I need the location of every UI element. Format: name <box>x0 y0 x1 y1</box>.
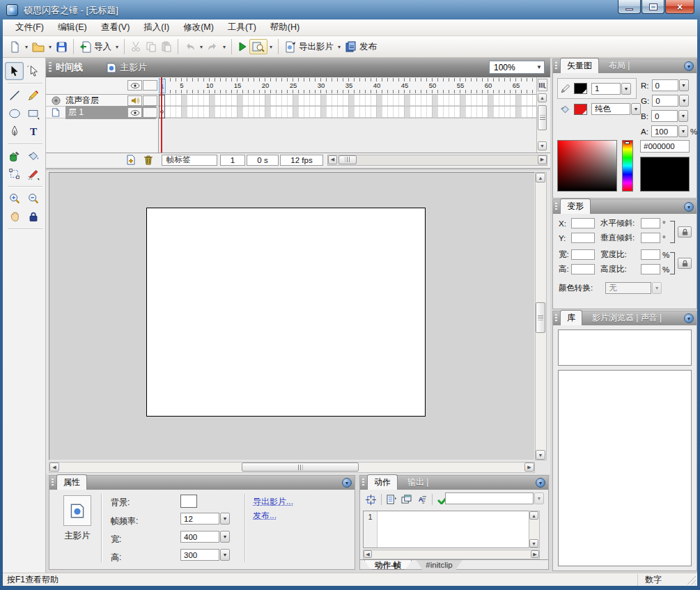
layer-outline-toggle[interactable] <box>143 95 157 106</box>
import-dropdown[interactable]: ▾ <box>114 44 120 50</box>
export-dropdown[interactable]: ▾ <box>336 44 343 50</box>
width-input[interactable] <box>571 249 595 260</box>
pen-tool[interactable] <box>5 123 24 141</box>
hue-marker[interactable] <box>625 141 630 144</box>
collapse-button[interactable]: ▼ <box>684 61 694 71</box>
import-button[interactable]: 导入 <box>77 40 114 54</box>
subselect-tool[interactable] <box>24 62 42 80</box>
save-button[interactable] <box>54 40 70 54</box>
width-ratio-input[interactable] <box>641 249 660 260</box>
actions-target-select[interactable]: ▼ <box>445 492 544 505</box>
script-editor[interactable]: 1 <box>363 511 540 548</box>
frame-row-layer1[interactable] <box>159 107 536 118</box>
tab-initclip[interactable]: #initclip <box>416 560 462 570</box>
library-item-list[interactable] <box>558 370 692 566</box>
panel-grip[interactable] <box>555 62 557 70</box>
export-movie-button[interactable]: 导出影片 <box>282 40 336 54</box>
export-movie-link[interactable]: 导出影片... <box>253 496 293 508</box>
scroll-down-button[interactable]: ▼ <box>538 141 547 150</box>
scroll-thumb[interactable] <box>538 105 547 130</box>
redo-dropdown[interactable]: ▾ <box>221 44 228 50</box>
scroll-thumb[interactable] <box>339 155 357 164</box>
copy-button[interactable] <box>143 40 159 54</box>
menu-modify[interactable]: 修改(M) <box>176 20 221 36</box>
close-button[interactable]: × <box>665 0 694 14</box>
scroll-left-button[interactable]: ◀ <box>49 463 59 472</box>
tab-action-frame[interactable]: 动作-帧 <box>364 560 412 570</box>
chevron-down-icon[interactable]: ▼ <box>534 64 544 70</box>
add-layer-button[interactable] <box>124 155 138 165</box>
paste-button[interactable] <box>159 40 174 54</box>
lock-tool[interactable] <box>24 208 42 226</box>
y-input[interactable] <box>571 233 595 243</box>
color-convert-dropdown[interactable]: ▼ <box>652 282 662 294</box>
editor-hscrollbar[interactable]: ◀ ▶ <box>363 550 540 559</box>
fill-transform-tool[interactable] <box>24 165 42 183</box>
tab-library[interactable]: 库 <box>560 310 582 325</box>
height-input[interactable]: 300 <box>180 549 219 561</box>
open-button[interactable] <box>30 40 47 54</box>
text-tool[interactable]: T <box>24 123 42 141</box>
frame-ruler[interactable]: 1 5 10 15 20 25 30 35 40 45 50 55 60 65 <box>159 77 536 95</box>
new-document-button[interactable] <box>7 40 23 54</box>
resize-grip[interactable] <box>686 575 696 584</box>
hex-color-input[interactable]: #000000 <box>640 140 690 153</box>
frame-label-input[interactable]: 帧标签 <box>162 155 217 166</box>
stage-vscrollbar[interactable]: ▲ ▼ <box>535 172 547 460</box>
fill-type-select[interactable]: 纯色 <box>591 103 630 115</box>
stroke-color-swatch[interactable] <box>574 83 587 94</box>
collapse-button[interactable]: ▼ <box>342 478 352 488</box>
frame-pane[interactable]: 1 5 10 15 20 25 30 35 40 45 50 55 60 65 <box>159 77 536 153</box>
background-color-swatch[interactable] <box>180 495 197 508</box>
scroll-up-button[interactable]: ▲ <box>529 511 538 520</box>
width-dropdown[interactable]: ▼ <box>220 531 230 543</box>
skew-lock-button[interactable] <box>678 226 692 238</box>
height-ratio-input[interactable] <box>641 264 660 274</box>
stroke-width-input[interactable]: 1 <box>591 83 621 95</box>
redo-button[interactable] <box>205 40 221 54</box>
panel-grip[interactable] <box>555 203 557 211</box>
paint-bucket-tool[interactable] <box>24 147 42 165</box>
stroke-width-dropdown[interactable]: ▼ <box>621 83 631 95</box>
scroll-right-button[interactable]: ▶ <box>524 463 534 472</box>
skew-v-input[interactable] <box>641 233 660 243</box>
scroll-left-button[interactable]: ◀ <box>364 550 372 558</box>
green-input[interactable]: 0 <box>652 95 678 107</box>
x-input[interactable] <box>571 218 595 228</box>
stage-hscrollbar[interactable]: ◀ ▶ <box>49 462 535 473</box>
transform-tool[interactable] <box>5 165 24 183</box>
stage-workspace[interactable] <box>49 172 535 460</box>
scroll-up-button[interactable]: ▲ <box>536 173 545 183</box>
tab-properties[interactable]: 属性 <box>56 474 87 490</box>
zoom-out-tool[interactable] <box>24 189 42 208</box>
timeline-vscrollbar[interactable]: ▲ ▼ <box>536 77 547 153</box>
fill-color-swatch[interactable] <box>574 104 587 115</box>
frame-row-sound[interactable] <box>159 95 536 107</box>
menu-tools[interactable]: 工具(T) <box>221 20 263 36</box>
tab-movie-explorer-sound[interactable]: 影片浏览器 | 声音 | <box>589 311 664 325</box>
menu-insert[interactable]: 插入(I) <box>137 20 176 36</box>
fps-display[interactable]: 12 fps <box>280 155 323 166</box>
stage-canvas[interactable] <box>146 208 426 417</box>
tab-transform[interactable]: 变形 <box>560 199 591 214</box>
hue-strip[interactable] <box>622 140 633 192</box>
undo-dropdown[interactable]: ▾ <box>198 44 205 50</box>
target-field[interactable] <box>445 492 534 504</box>
red-input[interactable]: 0 <box>652 79 678 91</box>
scroll-left-button[interactable]: ◀ <box>328 155 337 164</box>
framerate-dropdown[interactable]: ▼ <box>220 513 230 525</box>
scroll-down-button[interactable]: ▼ <box>529 539 538 548</box>
line-tool[interactable] <box>5 86 24 104</box>
red-dropdown[interactable]: ▼ <box>679 79 689 91</box>
menu-view[interactable]: 查看(V) <box>94 20 137 36</box>
alpha-input[interactable]: 100 <box>651 125 678 137</box>
height-input[interactable] <box>571 264 595 274</box>
ellipse-tool[interactable] <box>5 104 24 123</box>
scroll-thumb[interactable] <box>536 302 545 333</box>
cut-button[interactable] <box>128 40 143 54</box>
hand-tool[interactable] <box>5 208 24 226</box>
outline-column-header[interactable] <box>143 80 157 91</box>
visibility-column-header[interactable] <box>127 80 142 91</box>
width-input[interactable]: 400 <box>180 531 219 543</box>
scroll-up-button[interactable]: ▲ <box>538 93 547 102</box>
